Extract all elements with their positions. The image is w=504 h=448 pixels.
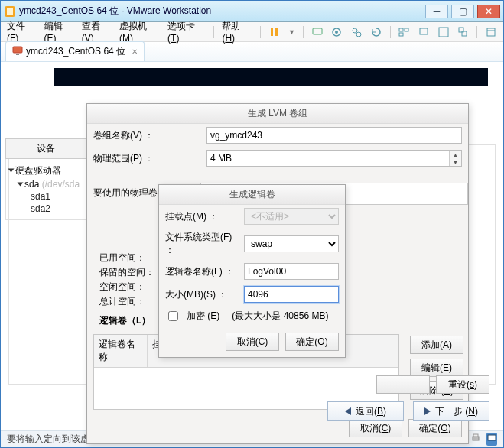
used-space-label: 已用空间： [99,251,154,265]
status-print-icon[interactable] [471,433,480,445]
lv-ok-button[interactable]: 确定(O) [285,333,339,351]
device-sda-hint: (/dev/sda [42,179,80,190]
monitor-icon [12,46,23,57]
lv-edit-button[interactable]: 编辑(E) [410,359,463,377]
lvname-input[interactable] [244,263,339,280]
back-button[interactable]: 返回(B) [327,401,404,421]
vg-ok-button[interactable]: 确定(O) [408,419,462,437]
svg-point-8 [356,32,361,37]
revert-icon[interactable] [370,26,382,38]
total-space-label: 总计空间： [99,294,154,309]
lv-heading: 逻辑卷（L） [99,313,154,328]
svg-rect-1 [7,8,13,15]
tab-close-icon[interactable]: ✕ [132,47,138,56]
size-input[interactable] [244,286,339,303]
svg-rect-2 [271,28,273,36]
vgname-input[interactable] [206,127,462,144]
lv-add-button[interactable]: 添加(A) [410,336,463,354]
send-ctrl-alt-del-icon[interactable] [311,26,324,38]
pause-icon[interactable] [268,26,281,38]
partition-unknown-button[interactable] [376,375,430,394]
svg-rect-18 [13,47,22,53]
snapshot-manager-icon[interactable] [350,26,363,38]
thumbnail-view-icon[interactable] [398,26,411,38]
lvname-label: 逻辑卷名称(L) ： [165,265,238,278]
close-button[interactable]: ✕ [477,5,500,18]
svg-rect-26 [473,437,479,440]
svg-rect-11 [399,33,403,36]
extent-down-icon[interactable]: ▼ [449,158,461,166]
svg-rect-27 [473,434,478,437]
guest-banner [54,68,488,86]
fstype-select[interactable]: swap [244,235,339,252]
menu-edit[interactable]: 编辑(E) [44,20,74,44]
lv-create-dialog: 生成逻辑卷 挂载点(M) ： <不适用> 文件系统类型(F) ： swap 逻辑… [158,184,346,358]
reserved-space-label: 保留的空间： [99,265,154,280]
extent-up-icon[interactable]: ▲ [449,151,461,158]
svg-rect-16 [487,28,495,36]
vm-tab-label: ymcd243_CentOS 64 位 [26,45,125,58]
vg-cancel-button[interactable]: 取消(C) [349,419,402,437]
svg-rect-9 [399,28,403,31]
device-hdd[interactable]: 硬盘驱动器 [15,165,61,176]
console-view-icon[interactable] [418,26,430,38]
lvm-vg-title: 生成 LVM 卷组 [87,104,468,124]
unity-icon[interactable] [457,26,470,38]
device-sda1[interactable]: sda1 [31,190,83,203]
expand-icon[interactable] [8,169,15,173]
device-sda2[interactable]: sda2 [31,203,83,215]
menu-file[interactable]: 文件(F) [7,20,37,44]
lv-cancel-button[interactable]: 取消(C) [226,333,279,351]
menu-vm[interactable]: 虚拟机(M) [119,20,160,44]
device-tree[interactable]: 硬盘驱动器 sda (/dev/sda sda1 sda2 [5,159,86,220]
svg-rect-10 [405,28,408,31]
svg-rect-4 [313,28,322,34]
extent-label: 物理范围(P) ： [93,152,200,165]
minimize-button[interactable]: ─ [425,5,448,18]
next-button[interactable]: 下一步 (N) [413,401,489,421]
free-space-label: 空闲空间： [99,280,154,294]
reset-button[interactable]: 重设(s) [436,375,489,394]
vgname-label: 卷组名称(V) ： [93,129,200,142]
window-title: ymcd243_CentOS 64 位 - VMware Workstation [19,5,422,18]
vmware-icon [4,5,16,18]
encrypt-checkbox[interactable] [168,311,178,321]
fstype-label: 文件系统类型(F) ： [165,231,238,257]
menu-view[interactable]: 查看(V) [82,20,112,44]
expand-icon[interactable] [18,183,24,187]
vm-tab[interactable]: ymcd243_CentOS 64 位 ✕ [5,41,145,61]
full-screen-icon[interactable] [437,26,450,38]
device-sda[interactable]: sda [24,179,39,190]
extent-input[interactable] [206,150,462,167]
svg-rect-12 [420,28,428,34]
arrow-left-icon [345,407,351,415]
mount-label: 挂载点(M) ： [165,210,238,223]
svg-rect-28 [488,435,496,440]
library-icon[interactable] [485,26,497,38]
encrypt-label: 加密 (E) [187,310,219,323]
svg-rect-3 [275,28,278,36]
snapshot-icon[interactable] [331,26,343,38]
maxsize-note: (最大大小是 40856 MB) [232,310,328,323]
device-pane-header: 设备 [5,138,86,159]
svg-point-7 [353,28,357,33]
menu-help[interactable]: 帮助(H) [222,20,252,44]
mount-select: <不适用> [244,208,339,225]
svg-rect-13 [439,28,448,37]
lv-col-name[interactable]: 逻辑卷名称 [94,335,148,367]
svg-rect-19 [16,54,19,55]
arrow-right-icon [424,407,431,415]
lv-dialog-title: 生成逻辑卷 [159,185,345,205]
svg-point-6 [335,31,338,34]
maximize-button[interactable]: ▢ [451,5,474,18]
status-display-icon[interactable] [486,433,497,446]
menu-tabs[interactable]: 选项卡(T) [167,20,206,44]
power-menu-caret-icon[interactable]: ▼ [288,28,295,36]
size-label: 大小(MB)(S) ： [165,288,238,301]
